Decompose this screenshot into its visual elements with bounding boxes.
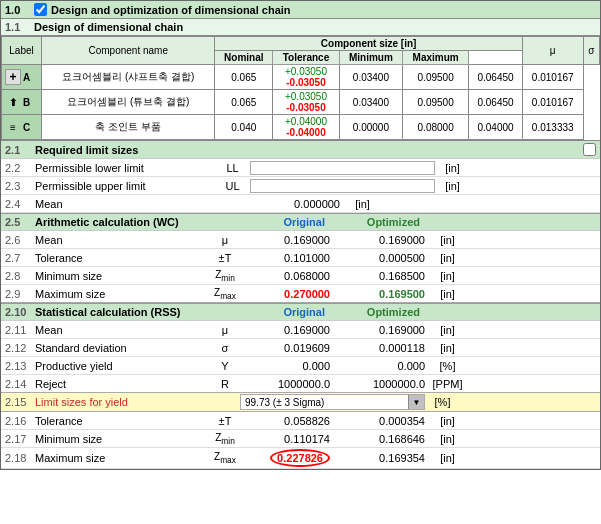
s2-13-num: 2.13 — [5, 360, 35, 372]
s2-14-v2: 1000000.0 — [335, 378, 430, 390]
s2-16-num: 2.16 — [5, 415, 35, 427]
s2-9-label: Maximum size — [35, 288, 210, 300]
s2-17-unit: [in] — [430, 433, 465, 445]
section-2-1-row: 2.1 Required limit sizes — [1, 140, 600, 159]
row-c-mu: 0.04000 — [469, 115, 523, 140]
s2-3-input[interactable] — [250, 179, 435, 193]
s2-9-num: 2.9 — [5, 288, 35, 300]
s2-4-unit: [in] — [345, 198, 380, 210]
row-a-min: 0.03400 — [339, 65, 402, 90]
section-2-5-row: 2.5 Arithmetic calculation (WC) Original… — [1, 213, 600, 231]
s2-7-label: Tolerance — [35, 252, 210, 264]
section-2-12-row: 2.12 Standard deviation σ 0.019609 0.000… — [1, 339, 600, 357]
row-a-tol-neg: -0.03050 — [276, 77, 336, 88]
s2-11-v2: 0.169000 — [335, 324, 430, 336]
s2-17-v2: 0.168646 — [335, 433, 430, 445]
s2-11-unit: [in] — [430, 324, 465, 336]
s2-1-label: Required limit sizes — [35, 144, 583, 156]
s2-7-v2: 0.000500 — [335, 252, 430, 264]
s2-5-col2: Optimized — [330, 216, 425, 228]
s2-11-v1: 0.169000 — [240, 324, 335, 336]
component-table: Label Component name Component size [in]… — [1, 36, 600, 140]
s2-6-sym: μ — [210, 234, 240, 246]
s2-12-unit: [in] — [430, 342, 465, 354]
section-1-0-label: Design and optimization of dimensional c… — [51, 4, 291, 16]
s2-10-col2: Optimized — [330, 306, 425, 318]
s2-15-unit: [%] — [425, 396, 460, 408]
s2-10-label: Statistical calculation (RSS) — [35, 306, 235, 318]
s2-7-unit: [in] — [430, 252, 465, 264]
s2-15-dropdown-val: 99.73 (± 3 Sigma) — [241, 397, 408, 408]
section-2-6-row: 2.6 Mean μ 0.169000 0.169000 [in] — [1, 231, 600, 249]
s2-7-v1: 0.101000 — [240, 252, 335, 264]
s2-15-label: Limit sizes for yield — [35, 396, 210, 408]
s2-16-v2: 0.000354 — [335, 415, 430, 427]
s2-5-num: 2.5 — [5, 216, 35, 228]
s2-6-unit: [in] — [430, 234, 465, 246]
s2-16-unit: [in] — [430, 415, 465, 427]
row-b-label: ⬆ B — [2, 90, 42, 115]
s2-14-sym: R — [210, 378, 240, 390]
row-b-tol: +0.03050 -0.03050 — [273, 90, 340, 115]
section-2-11-row: 2.11 Mean μ 0.169000 0.169000 [in] — [1, 321, 600, 339]
row-b-spacer: ⬆ — [5, 97, 21, 108]
row-b-letter: B — [23, 97, 30, 108]
section-2-8-row: 2.8 Minimum size Zmin 0.068000 0.168500 … — [1, 267, 600, 285]
row-c-nominal: 0.040 — [215, 115, 273, 140]
s2-2-num: 2.2 — [5, 162, 35, 174]
row-a-name: 요크어셈블리 (샤프트축 결합) — [42, 65, 215, 90]
s2-2-label: Permissible lower limit — [35, 162, 215, 174]
col-minimum-header: Minimum — [339, 51, 402, 65]
section-1-0-checkbox[interactable] — [34, 3, 47, 16]
s2-14-label: Reject — [35, 378, 210, 390]
row-b-name: 요크어셈블리 (튜브축 결합) — [42, 90, 215, 115]
s2-2-unit: [in] — [435, 162, 470, 174]
add-row-btn[interactable]: + — [5, 69, 21, 85]
section-2-3-row: 2.3 Permissible upper limit UL [in] — [1, 177, 600, 195]
s2-4-label: Mean — [35, 198, 250, 210]
section-2-13-row: 2.13 Productive yield Y 0.000 0.000 [%] — [1, 357, 600, 375]
row-b-tol-neg: -0.03050 — [276, 102, 336, 113]
row-b-tol-pos: +0.03050 — [276, 91, 336, 102]
row-a-letter: A — [23, 72, 30, 83]
col-maximum-header: Maximum — [403, 51, 469, 65]
s2-15-dropdown[interactable]: 99.73 (± 3 Sigma) ▼ — [240, 394, 425, 410]
s2-8-v2: 0.168500 — [335, 270, 430, 282]
s2-11-num: 2.11 — [5, 324, 35, 336]
s2-12-num: 2.12 — [5, 342, 35, 354]
s2-8-v1: 0.068000 — [240, 270, 335, 282]
s2-14-v1: 1000000.0 — [240, 378, 335, 390]
s2-5-label: Arithmetic calculation (WC) — [35, 216, 235, 228]
row-b-sigma: 0.010167 — [522, 90, 583, 115]
s2-16-v1: 0.058826 — [240, 415, 335, 427]
dropdown-arrow-icon[interactable]: ▼ — [408, 395, 424, 409]
s2-13-v2: 0.000 — [335, 360, 430, 372]
s2-15-num: 2.15 — [5, 396, 35, 408]
row-a-tol: +0.03050 -0.03050 — [273, 65, 340, 90]
s2-3-sym: UL — [215, 180, 250, 192]
section-2-15-row: 2.15 Limit sizes for yield 99.73 (± 3 Si… — [1, 393, 600, 412]
section-2-10-row: 2.10 Statistical calculation (RSS) Origi… — [1, 303, 600, 321]
section-1-1-num: 1.1 — [5, 21, 30, 33]
col-size-header: Component size [in] — [215, 37, 523, 51]
section-2-18-row: 2.18 Maximum size Zmax 0.227826 0.169354… — [1, 448, 600, 469]
section-2-7-row: 2.7 Tolerance ±T 0.101000 0.000500 [in] — [1, 249, 600, 267]
s2-1-checkbox[interactable] — [583, 143, 596, 156]
s2-18-v1-circled: 0.227826 — [270, 449, 330, 467]
row-b-nominal: 0.065 — [215, 90, 273, 115]
section-2-9-row: 2.9 Maximum size Zmax 0.270000 0.169500 … — [1, 285, 600, 303]
row-b-min: 0.03400 — [339, 90, 402, 115]
row-c-sort-icon: ≡ — [5, 122, 21, 133]
section-1-0-header: 1.0 Design and optimization of dimension… — [1, 1, 600, 19]
s2-6-v2: 0.169000 — [335, 234, 430, 246]
s2-6-label: Mean — [35, 234, 210, 246]
col-mu-header: μ — [522, 37, 583, 65]
s2-13-unit: [%] — [430, 360, 465, 372]
section-1-1-header: 1.1 Design of dimensional chain — [1, 19, 600, 36]
s2-8-sym: Zmin — [210, 269, 240, 283]
s2-9-sym: Zmax — [210, 287, 240, 301]
s2-2-input[interactable] — [250, 161, 435, 175]
row-a-max: 0.09500 — [403, 65, 469, 90]
row-c-name: 축 조인트 부품 — [42, 115, 215, 140]
section-2-4-row: 2.4 Mean 0.000000 [in] — [1, 195, 600, 213]
